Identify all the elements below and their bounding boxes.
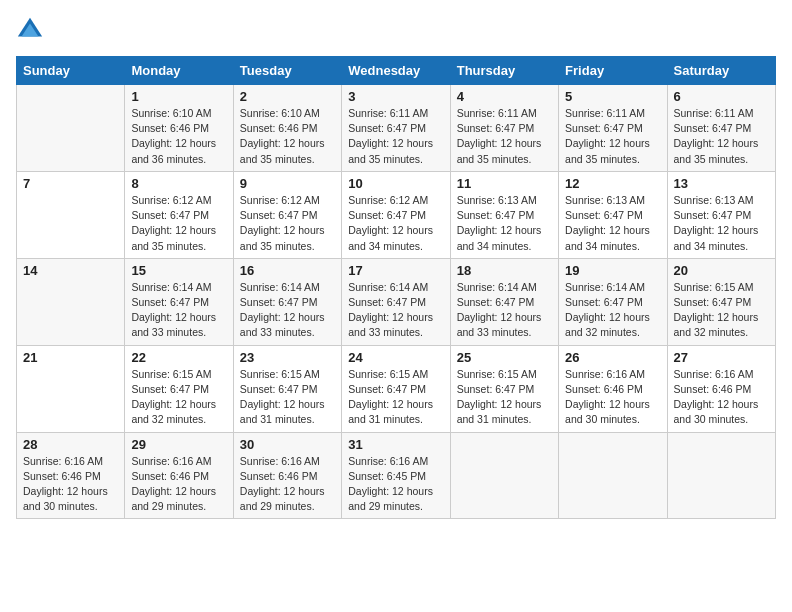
calendar-cell: 1Sunrise: 6:10 AMSunset: 6:46 PMDaylight… bbox=[125, 85, 233, 172]
day-header-wednesday: Wednesday bbox=[342, 57, 450, 85]
day-number: 28 bbox=[23, 437, 118, 452]
calendar-week-row: 78Sunrise: 6:12 AMSunset: 6:47 PMDayligh… bbox=[17, 171, 776, 258]
day-info: Sunrise: 6:11 AMSunset: 6:47 PMDaylight:… bbox=[565, 106, 660, 167]
logo bbox=[16, 16, 48, 44]
day-number: 20 bbox=[674, 263, 769, 278]
day-info: Sunrise: 6:14 AMSunset: 6:47 PMDaylight:… bbox=[565, 280, 660, 341]
day-number: 1 bbox=[131, 89, 226, 104]
calendar-cell: 21 bbox=[17, 345, 125, 432]
calendar-week-row: 28Sunrise: 6:16 AMSunset: 6:46 PMDayligh… bbox=[17, 432, 776, 519]
calendar-cell bbox=[667, 432, 775, 519]
calendar-week-row: 1415Sunrise: 6:14 AMSunset: 6:47 PMDayli… bbox=[17, 258, 776, 345]
day-info: Sunrise: 6:15 AMSunset: 6:47 PMDaylight:… bbox=[457, 367, 552, 428]
calendar-cell: 15Sunrise: 6:14 AMSunset: 6:47 PMDayligh… bbox=[125, 258, 233, 345]
calendar-cell: 10Sunrise: 6:12 AMSunset: 6:47 PMDayligh… bbox=[342, 171, 450, 258]
day-number: 13 bbox=[674, 176, 769, 191]
calendar-cell: 30Sunrise: 6:16 AMSunset: 6:46 PMDayligh… bbox=[233, 432, 341, 519]
day-number: 6 bbox=[674, 89, 769, 104]
calendar-cell bbox=[17, 85, 125, 172]
day-number: 7 bbox=[23, 176, 118, 191]
calendar-cell: 3Sunrise: 6:11 AMSunset: 6:47 PMDaylight… bbox=[342, 85, 450, 172]
day-number: 2 bbox=[240, 89, 335, 104]
calendar-cell: 5Sunrise: 6:11 AMSunset: 6:47 PMDaylight… bbox=[559, 85, 667, 172]
calendar-cell: 18Sunrise: 6:14 AMSunset: 6:47 PMDayligh… bbox=[450, 258, 558, 345]
day-info: Sunrise: 6:12 AMSunset: 6:47 PMDaylight:… bbox=[348, 193, 443, 254]
day-number: 27 bbox=[674, 350, 769, 365]
day-info: Sunrise: 6:11 AMSunset: 6:47 PMDaylight:… bbox=[457, 106, 552, 167]
day-number: 21 bbox=[23, 350, 118, 365]
day-number: 31 bbox=[348, 437, 443, 452]
day-info: Sunrise: 6:14 AMSunset: 6:47 PMDaylight:… bbox=[348, 280, 443, 341]
day-number: 26 bbox=[565, 350, 660, 365]
day-number: 24 bbox=[348, 350, 443, 365]
day-number: 25 bbox=[457, 350, 552, 365]
day-info: Sunrise: 6:15 AMSunset: 6:47 PMDaylight:… bbox=[674, 280, 769, 341]
calendar-week-row: 2122Sunrise: 6:15 AMSunset: 6:47 PMDayli… bbox=[17, 345, 776, 432]
day-number: 8 bbox=[131, 176, 226, 191]
day-info: Sunrise: 6:11 AMSunset: 6:47 PMDaylight:… bbox=[348, 106, 443, 167]
day-info: Sunrise: 6:13 AMSunset: 6:47 PMDaylight:… bbox=[457, 193, 552, 254]
day-header-friday: Friday bbox=[559, 57, 667, 85]
day-number: 22 bbox=[131, 350, 226, 365]
calendar-cell: 19Sunrise: 6:14 AMSunset: 6:47 PMDayligh… bbox=[559, 258, 667, 345]
day-info: Sunrise: 6:12 AMSunset: 6:47 PMDaylight:… bbox=[131, 193, 226, 254]
day-info: Sunrise: 6:16 AMSunset: 6:46 PMDaylight:… bbox=[240, 454, 335, 515]
day-header-monday: Monday bbox=[125, 57, 233, 85]
day-number: 17 bbox=[348, 263, 443, 278]
day-header-saturday: Saturday bbox=[667, 57, 775, 85]
day-number: 16 bbox=[240, 263, 335, 278]
calendar-cell: 12Sunrise: 6:13 AMSunset: 6:47 PMDayligh… bbox=[559, 171, 667, 258]
calendar-cell: 17Sunrise: 6:14 AMSunset: 6:47 PMDayligh… bbox=[342, 258, 450, 345]
calendar-cell: 13Sunrise: 6:13 AMSunset: 6:47 PMDayligh… bbox=[667, 171, 775, 258]
calendar-cell: 7 bbox=[17, 171, 125, 258]
calendar-cell: 24Sunrise: 6:15 AMSunset: 6:47 PMDayligh… bbox=[342, 345, 450, 432]
calendar-header-row: SundayMondayTuesdayWednesdayThursdayFrid… bbox=[17, 57, 776, 85]
calendar-cell: 9Sunrise: 6:12 AMSunset: 6:47 PMDaylight… bbox=[233, 171, 341, 258]
day-info: Sunrise: 6:14 AMSunset: 6:47 PMDaylight:… bbox=[457, 280, 552, 341]
day-header-tuesday: Tuesday bbox=[233, 57, 341, 85]
calendar-cell: 6Sunrise: 6:11 AMSunset: 6:47 PMDaylight… bbox=[667, 85, 775, 172]
day-header-sunday: Sunday bbox=[17, 57, 125, 85]
day-number: 4 bbox=[457, 89, 552, 104]
day-info: Sunrise: 6:15 AMSunset: 6:47 PMDaylight:… bbox=[131, 367, 226, 428]
day-info: Sunrise: 6:13 AMSunset: 6:47 PMDaylight:… bbox=[565, 193, 660, 254]
day-number: 18 bbox=[457, 263, 552, 278]
calendar-cell: 11Sunrise: 6:13 AMSunset: 6:47 PMDayligh… bbox=[450, 171, 558, 258]
day-info: Sunrise: 6:16 AMSunset: 6:46 PMDaylight:… bbox=[23, 454, 118, 515]
calendar-cell: 25Sunrise: 6:15 AMSunset: 6:47 PMDayligh… bbox=[450, 345, 558, 432]
calendar-cell: 8Sunrise: 6:12 AMSunset: 6:47 PMDaylight… bbox=[125, 171, 233, 258]
day-info: Sunrise: 6:15 AMSunset: 6:47 PMDaylight:… bbox=[240, 367, 335, 428]
page-header bbox=[16, 16, 776, 44]
day-number: 29 bbox=[131, 437, 226, 452]
day-info: Sunrise: 6:10 AMSunset: 6:46 PMDaylight:… bbox=[240, 106, 335, 167]
day-info: Sunrise: 6:13 AMSunset: 6:47 PMDaylight:… bbox=[674, 193, 769, 254]
calendar-cell: 20Sunrise: 6:15 AMSunset: 6:47 PMDayligh… bbox=[667, 258, 775, 345]
calendar-cell: 31Sunrise: 6:16 AMSunset: 6:45 PMDayligh… bbox=[342, 432, 450, 519]
calendar-cell: 27Sunrise: 6:16 AMSunset: 6:46 PMDayligh… bbox=[667, 345, 775, 432]
day-info: Sunrise: 6:14 AMSunset: 6:47 PMDaylight:… bbox=[240, 280, 335, 341]
day-number: 5 bbox=[565, 89, 660, 104]
calendar-cell: 28Sunrise: 6:16 AMSunset: 6:46 PMDayligh… bbox=[17, 432, 125, 519]
day-number: 30 bbox=[240, 437, 335, 452]
calendar-cell: 29Sunrise: 6:16 AMSunset: 6:46 PMDayligh… bbox=[125, 432, 233, 519]
day-info: Sunrise: 6:15 AMSunset: 6:47 PMDaylight:… bbox=[348, 367, 443, 428]
calendar-cell bbox=[450, 432, 558, 519]
day-info: Sunrise: 6:16 AMSunset: 6:45 PMDaylight:… bbox=[348, 454, 443, 515]
day-number: 11 bbox=[457, 176, 552, 191]
day-number: 3 bbox=[348, 89, 443, 104]
day-info: Sunrise: 6:16 AMSunset: 6:46 PMDaylight:… bbox=[131, 454, 226, 515]
day-info: Sunrise: 6:10 AMSunset: 6:46 PMDaylight:… bbox=[131, 106, 226, 167]
calendar-week-row: 1Sunrise: 6:10 AMSunset: 6:46 PMDaylight… bbox=[17, 85, 776, 172]
day-number: 10 bbox=[348, 176, 443, 191]
day-number: 23 bbox=[240, 350, 335, 365]
calendar-cell: 22Sunrise: 6:15 AMSunset: 6:47 PMDayligh… bbox=[125, 345, 233, 432]
day-number: 14 bbox=[23, 263, 118, 278]
day-number: 19 bbox=[565, 263, 660, 278]
day-number: 15 bbox=[131, 263, 226, 278]
calendar-cell: 26Sunrise: 6:16 AMSunset: 6:46 PMDayligh… bbox=[559, 345, 667, 432]
day-info: Sunrise: 6:12 AMSunset: 6:47 PMDaylight:… bbox=[240, 193, 335, 254]
logo-icon bbox=[16, 16, 44, 44]
calendar-cell: 2Sunrise: 6:10 AMSunset: 6:46 PMDaylight… bbox=[233, 85, 341, 172]
day-info: Sunrise: 6:16 AMSunset: 6:46 PMDaylight:… bbox=[674, 367, 769, 428]
calendar-table: SundayMondayTuesdayWednesdayThursdayFrid… bbox=[16, 56, 776, 519]
